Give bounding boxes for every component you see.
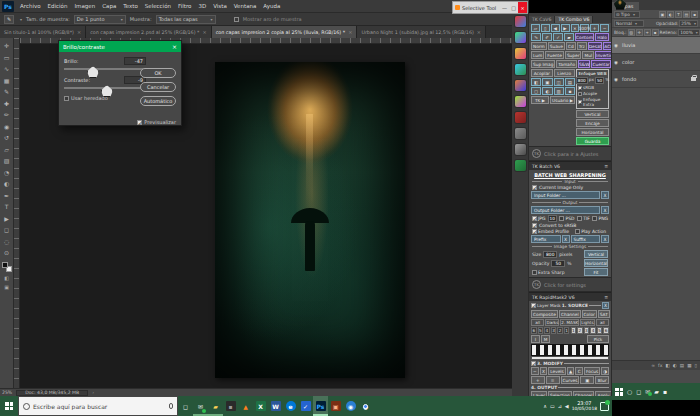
- tool-button[interactable]: ⊙: [1, 247, 13, 259]
- cancel-button[interactable]: Cancelar: [140, 82, 176, 92]
- format-checkbox-row[interactable]: PNG: [592, 216, 608, 221]
- web-checkbox-row[interactable]: Enfoque Extra: [578, 97, 607, 107]
- convert-srgb-row[interactable]: Convert to sRGB: [532, 223, 608, 228]
- zone-button[interactable]: 1: [564, 327, 570, 334]
- filter-icon[interactable]: ▤: [683, 11, 690, 18]
- clear-input-button[interactable]: X: [601, 191, 609, 199]
- tk-layer-icon-button[interactable]: ▪: [565, 87, 575, 95]
- close-icon[interactable]: ×: [348, 29, 352, 35]
- taskbar-app[interactable]: W: [268, 396, 283, 416]
- mask-mode-button[interactable]: I: [531, 335, 540, 343]
- tk-blend-button[interactable]: Lum: [531, 51, 544, 59]
- modify-button[interactable]: X: [540, 367, 548, 375]
- tk-blend-button[interactable]: Norm: [531, 42, 547, 50]
- tk-toolbar-button[interactable]: ▱: [531, 24, 540, 32]
- taskbar-app[interactable]: ✉: [193, 396, 208, 416]
- panel-footer-icon[interactable]: ◧: [665, 363, 669, 368]
- tk-dock-icon[interactable]: [515, 32, 526, 43]
- taskbar-app-icon[interactable]: ○: [627, 388, 632, 395]
- close-icon[interactable]: ×: [77, 29, 81, 35]
- modify-button[interactable]: +: [531, 376, 545, 384]
- tk-nav-button[interactable]: Usuario ▶: [550, 96, 575, 104]
- color-swatches[interactable]: [2, 262, 12, 272]
- ok-button[interactable]: OK: [140, 68, 176, 78]
- menu-item[interactable]: Edición: [48, 3, 68, 9]
- tk-brush-button[interactable]: ✎: [531, 33, 541, 41]
- maximize-button[interactable]: □: [509, 2, 518, 13]
- tool-button[interactable]: ◻: [1, 224, 13, 236]
- document-image[interactable]: [215, 62, 405, 378]
- tk-action-button[interactable]: Sup Imag: [531, 60, 555, 68]
- tk-action-button[interactable]: Acoplar: [531, 69, 553, 77]
- web-checkbox-row[interactable]: Acople: [578, 91, 607, 96]
- menu-item[interactable]: Capa: [102, 3, 116, 9]
- tool-button[interactable]: ◌: [1, 236, 13, 248]
- taskbar-app[interactable]: ●: [358, 396, 373, 416]
- tray-icon[interactable]: ◀: [565, 403, 569, 409]
- format-checkbox-row[interactable]: PSD: [559, 216, 574, 221]
- tray-icon[interactable]: ∧: [543, 403, 547, 409]
- checkbox[interactable]: [578, 86, 582, 90]
- tk-blend-button[interactable]: Cd: [566, 42, 576, 50]
- mask-mode-button[interactable]: M: [541, 335, 550, 343]
- tk-purple-button[interactable]: Contorn: [575, 33, 594, 41]
- tk-toolbar-button[interactable]: ◀: [551, 24, 560, 32]
- menu-item[interactable]: 3D: [198, 3, 206, 9]
- prefix-select[interactable]: Prefix: [531, 235, 561, 243]
- fill-value[interactable]: 100%▾: [678, 29, 700, 36]
- selective-tool-window[interactable]: Selective Tool — □ ×: [452, 1, 528, 14]
- checkbox[interactable]: [577, 216, 582, 221]
- mask-zone-button[interactable]: Darks: [545, 319, 559, 326]
- opacity-value[interactable]: 25%▾: [679, 20, 698, 27]
- zone-button[interactable]: 5: [538, 327, 544, 334]
- tool-button[interactable]: ✚: [1, 98, 13, 110]
- tk-purple-button[interactable]: Invertir: [595, 51, 612, 59]
- modify-button[interactable]: ▣: [580, 376, 594, 384]
- taskbar-app[interactable]: ◻: [178, 396, 193, 416]
- fit-button[interactable]: Fit: [584, 268, 608, 276]
- zone-button[interactable]: 2: [557, 327, 563, 334]
- close-icon[interactable]: ×: [477, 29, 481, 35]
- mask-zone-button[interactable]: 2. MASK: [560, 319, 579, 326]
- checkbox[interactable]: [578, 92, 582, 96]
- tk-batch-header[interactable]: TK Batch V6≡: [529, 161, 611, 170]
- filter-icon[interactable]: ▪: [691, 11, 698, 18]
- tk-blend-button[interactable]: Trz: [577, 42, 587, 50]
- zone-button[interactable]: 1: [571, 327, 577, 334]
- close-icon[interactable]: ×: [202, 29, 206, 35]
- tk-purple-button[interactable]: ACR: [603, 42, 612, 50]
- current-image-only-row[interactable]: Current Image Only: [532, 185, 608, 190]
- tk-nav-button[interactable]: TK ▶: [531, 96, 549, 104]
- close-icon[interactable]: ×: [172, 43, 177, 50]
- format-checkbox-row[interactable]: TIF: [577, 216, 590, 221]
- taskbar-app[interactable]: e: [283, 396, 298, 416]
- tk-dock-icon[interactable]: [515, 80, 526, 91]
- contrast-slider[interactable]: [64, 87, 146, 89]
- clear-prefix-button[interactable]: X: [562, 235, 570, 243]
- legacy-checkbox[interactable]: [64, 96, 69, 101]
- microphone-icon[interactable]: [169, 403, 173, 409]
- web-amount-input[interactable]: 50: [595, 77, 604, 84]
- tool-button[interactable]: ◔: [1, 167, 13, 179]
- tk-layer-icon-button[interactable]: ◻: [531, 87, 541, 95]
- brightness-slider[interactable]: [64, 68, 146, 70]
- extra-sharp-row[interactable]: Extra Sharp: [532, 270, 564, 275]
- preview-checkbox-row[interactable]: Previsualizar: [137, 119, 176, 125]
- zone-button[interactable]: 3: [551, 327, 557, 334]
- tk-rapidmask-header[interactable]: TK RapidMask2 V6≡: [529, 292, 611, 301]
- tk-orient-button[interactable]: Vertical: [576, 110, 609, 118]
- modify-button[interactable]: C: [575, 367, 583, 375]
- zone-button[interactable]: 4: [544, 327, 550, 334]
- filter-icon[interactable]: T: [675, 11, 682, 18]
- tk-toolbar-button[interactable]: ▶: [561, 24, 570, 32]
- clock[interactable]: 23:07 10/05/2018: [572, 400, 597, 412]
- visibility-eye-icon[interactable]: ◉: [614, 60, 620, 65]
- tk-orient-button[interactable]: Horizontal: [576, 128, 609, 136]
- start-button[interactable]: [0, 396, 18, 416]
- tool-mode-button[interactable]: ▣: [4, 284, 9, 290]
- tool-button[interactable]: ∿: [1, 63, 13, 75]
- search-box[interactable]: Escribe aquí para buscar: [18, 396, 178, 416]
- tk-action-button[interactable]: Lienzo: [554, 69, 576, 77]
- modify-button[interactable]: Blur: [595, 376, 609, 384]
- layer-name[interactable]: color: [622, 59, 634, 65]
